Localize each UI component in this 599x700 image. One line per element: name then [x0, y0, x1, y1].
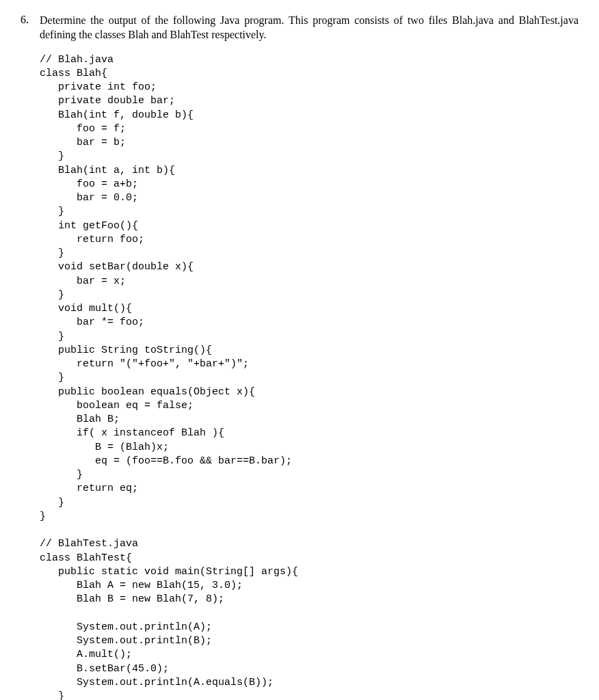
question-number: 6.	[21, 14, 33, 26]
question-content: Determine the output of the following Ja…	[40, 14, 578, 700]
question-prompt: Determine the output of the following Ja…	[40, 14, 578, 42]
question-container: 6. Determine the output of the following…	[21, 14, 578, 700]
code-listing: // Blah.java class Blah{ private int foo…	[40, 53, 578, 700]
